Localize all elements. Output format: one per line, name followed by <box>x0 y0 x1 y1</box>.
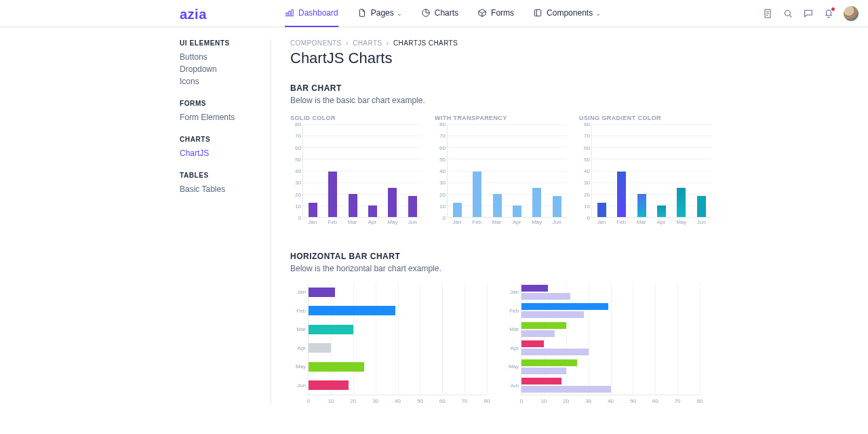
nav-label: Components <box>547 8 593 18</box>
x-tick-label: 30 <box>372 398 378 404</box>
y-tick-label: Apr <box>504 345 519 351</box>
bar[interactable] <box>309 306 395 315</box>
bell-icon[interactable] <box>823 8 834 19</box>
bar[interactable] <box>309 203 317 217</box>
sidebar-item-basic-tables[interactable]: Basic Tables <box>180 183 257 195</box>
bar[interactable] <box>473 172 481 217</box>
sidebar-item-buttons[interactable]: Buttons <box>180 51 257 63</box>
bar[interactable] <box>521 340 544 347</box>
bar[interactable] <box>309 325 353 334</box>
hbar-chart-single: 01020304050607080JanFebMarAprMayJun <box>290 283 487 405</box>
nav-charts[interactable]: Charts <box>421 0 458 27</box>
x-tick-label: Jan <box>591 219 612 227</box>
x-tick-label: May <box>382 219 403 227</box>
bar[interactable] <box>617 172 626 217</box>
bar[interactable] <box>532 188 541 217</box>
bar[interactable] <box>388 188 397 217</box>
avatar[interactable] <box>844 6 859 21</box>
nav-forms[interactable]: Forms <box>477 0 514 27</box>
bar[interactable] <box>521 359 577 366</box>
bar[interactable] <box>521 293 570 300</box>
bar[interactable] <box>521 378 561 384</box>
nav-label: Charts <box>435 8 458 18</box>
document-icon[interactable] <box>762 8 773 19</box>
bar[interactable] <box>309 380 349 390</box>
x-tick-label: 70 <box>462 398 468 404</box>
bar[interactable] <box>521 303 608 310</box>
section-title-hbar: HORIZONTAL BAR CHART <box>290 252 841 261</box>
bar[interactable] <box>521 330 555 337</box>
y-tick-label: 30 <box>439 180 446 186</box>
search-icon[interactable] <box>783 8 793 19</box>
hbar-charts-row: 01020304050607080JanFebMarAprMayJun 0102… <box>290 283 841 405</box>
bar-chart-transparency: WITH TRANSPARENCY 01020304050607080JanFe… <box>435 115 567 227</box>
bar[interactable] <box>521 368 566 374</box>
bar[interactable] <box>553 196 561 217</box>
crumb[interactable]: CHARTS <box>353 39 382 47</box>
nav-dashboard[interactable]: Dashboard <box>285 0 338 27</box>
bar[interactable] <box>637 194 646 217</box>
bar[interactable] <box>309 288 335 297</box>
bar[interactable] <box>408 196 417 217</box>
x-tick-label: 50 <box>417 398 423 404</box>
sidebar-item-chartjs[interactable]: ChartJS <box>180 147 257 159</box>
chevron-down-icon: ⌄ <box>595 9 601 17</box>
svg-rect-0 <box>286 13 288 16</box>
y-tick-label: 80 <box>295 121 301 127</box>
sidebar-item-form-elements[interactable]: Form Elements <box>180 111 257 123</box>
brand-logo[interactable]: azia <box>180 7 207 22</box>
bar[interactable] <box>309 343 331 353</box>
content: COMPONENTS › CHARTS › CHARTJS CHARTS Cha… <box>271 39 841 405</box>
sidebar-item-dropdown[interactable]: Dropdown <box>180 63 257 75</box>
y-tick-label: 60 <box>295 144 301 151</box>
bar[interactable] <box>697 196 706 217</box>
bar[interactable] <box>493 194 502 217</box>
chat-icon[interactable] <box>803 8 814 19</box>
y-tick-label: 40 <box>295 168 301 174</box>
bar[interactable] <box>521 349 589 355</box>
section-title-bar: BAR CHART <box>290 83 841 93</box>
bar[interactable] <box>513 205 521 217</box>
bar[interactable] <box>657 205 666 217</box>
bar[interactable] <box>521 322 566 329</box>
y-tick-label: 60 <box>584 144 590 151</box>
y-tick-label: 20 <box>295 191 301 197</box>
y-tick-label: 70 <box>439 133 446 139</box>
y-tick-label: 50 <box>295 156 301 162</box>
x-tick-label: Mar <box>487 219 507 227</box>
bar[interactable] <box>521 285 548 292</box>
x-tick-label: 80 <box>484 398 490 404</box>
bar[interactable] <box>368 205 377 217</box>
y-tick-label: Jun <box>504 382 519 389</box>
nav-label: Forms <box>491 8 514 18</box>
crumb[interactable]: COMPONENTS <box>290 39 342 47</box>
nav-pages[interactable]: Pages ⌄ <box>357 0 402 27</box>
bar[interactable] <box>677 188 686 217</box>
bar[interactable] <box>521 386 611 393</box>
bar[interactable] <box>328 172 337 217</box>
y-tick-label: Jun <box>291 382 306 389</box>
bar[interactable] <box>309 362 364 372</box>
x-tick-label: 60 <box>652 398 658 404</box>
bar[interactable] <box>453 203 462 217</box>
nav-label: Pages <box>371 8 394 18</box>
y-tick-label: 80 <box>439 121 446 127</box>
chart-heading: SOLID COLOR <box>290 115 422 121</box>
hbar-chart-grouped: 01020304050607080JanFebMarAprMayJun <box>503 283 700 405</box>
bar[interactable] <box>597 203 606 217</box>
nav-components[interactable]: Components ⌄ <box>533 0 601 27</box>
x-tick-label: 40 <box>395 398 401 404</box>
section-desc-hbar: Below is the horizontal bar chart exampl… <box>290 264 841 273</box>
x-tick-label: Apr <box>507 219 528 227</box>
y-tick-label: Apr <box>291 345 306 351</box>
sidebar-item-icons[interactable]: Icons <box>180 75 257 87</box>
bar[interactable] <box>349 194 357 217</box>
y-tick-label: 50 <box>439 156 446 162</box>
y-tick-label: 40 <box>584 168 590 174</box>
bar-chart-gradient: USING GRADIENT COLOR 01020304050607080Ja… <box>579 115 711 227</box>
x-tick-label: 10 <box>328 398 334 404</box>
x-tick-label: 40 <box>608 398 614 404</box>
x-tick-label: 0 <box>520 398 523 404</box>
bar[interactable] <box>521 311 584 318</box>
x-tick-label: Feb <box>612 219 632 227</box>
